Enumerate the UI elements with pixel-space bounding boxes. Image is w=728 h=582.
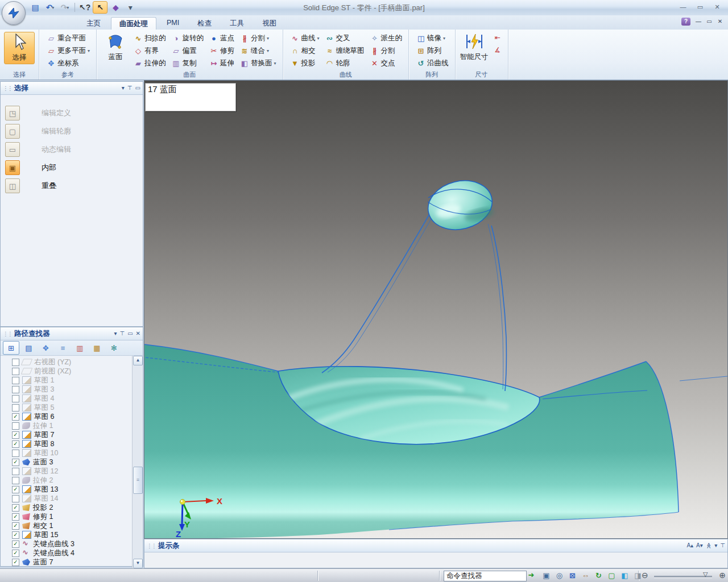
select-tools-tab-icon[interactable]: ✻: [106, 342, 122, 354]
ribbon-button-select[interactable]: 选择: [4, 32, 35, 64]
ribbon-button-offset[interactable]: ▱偏置: [169, 44, 206, 57]
ribbon-button-bluesurf[interactable]: 蓝面: [101, 32, 130, 63]
checkbox-checked[interactable]: ✓: [12, 531, 19, 539]
pathfinder-scrollbar[interactable]: ▲ ≡ ▼: [132, 356, 142, 568]
ribbon-button-copy[interactable]: ▥复制: [169, 57, 206, 69]
collapse-icon[interactable]: ≪: [705, 543, 712, 548]
float-icon[interactable]: ▭: [135, 85, 140, 92]
checkbox-unchecked[interactable]: [12, 368, 19, 375]
viewport-3d[interactable]: X Y Z 17 蓝面: [144, 80, 728, 539]
tab-pmi[interactable]: PMI: [159, 17, 187, 30]
checkbox-checked[interactable]: ✓: [12, 504, 19, 512]
pan-icon[interactable]: ⇔: [580, 570, 592, 581]
tree-item[interactable]: 草图 12: [1, 467, 143, 476]
tab-tools[interactable]: 工具: [222, 17, 252, 30]
scroll-down-icon[interactable]: ▼: [133, 559, 143, 568]
panel-grip[interactable]: ⋮⋮: [3, 85, 12, 92]
tree-item[interactable]: 草图 4: [1, 394, 143, 403]
ribbon-button-split-curve[interactable]: ∦分割: [368, 44, 405, 57]
tree-item[interactable]: 草图 14: [1, 494, 143, 503]
ribbon-button-cross-curve[interactable]: ∾交叉: [323, 32, 367, 44]
select-option-inside[interactable]: ▣内部: [1, 159, 143, 177]
ribbon-button-smart-dimension[interactable]: 智能尺寸: [460, 32, 489, 63]
panel-grip[interactable]: ⋮⋮: [147, 543, 156, 549]
ribbon-button-distance-between[interactable]: ⇤: [491, 33, 504, 43]
ribbon-button-revolved[interactable]: ◑旋转的: [169, 32, 206, 44]
tree-item[interactable]: 右视图 (YZ): [1, 357, 143, 367]
tree-item[interactable]: ✓草图 7: [1, 430, 143, 439]
help-icon[interactable]: ?: [681, 18, 690, 26]
sensors-tab-icon[interactable]: ▥: [72, 342, 88, 354]
tree-item[interactable]: 拉伸 2: [1, 476, 143, 485]
checkbox-unchecked[interactable]: [12, 477, 19, 484]
tree-item[interactable]: ✓修剪 1: [1, 512, 143, 521]
ribbon-button-bluedot[interactable]: ●蓝点: [207, 32, 237, 44]
checkbox-unchecked[interactable]: [12, 377, 19, 384]
minimize-button[interactable]: —: [676, 3, 690, 11]
zoom-out-icon[interactable]: ⊖: [642, 571, 648, 580]
checkbox-unchecked[interactable]: [12, 422, 19, 430]
scroll-thumb[interactable]: ≡: [133, 467, 143, 494]
tree-item[interactable]: 草图 1: [1, 376, 143, 385]
font-decrease-icon[interactable]: A▾: [696, 542, 703, 549]
edit-definition-icon[interactable]: ◳: [5, 106, 20, 120]
application-button[interactable]: [2, 1, 26, 25]
tab-inspect[interactable]: 检查: [189, 17, 220, 30]
panel-menu-icon[interactable]: ▾: [714, 542, 717, 549]
pin-icon[interactable]: ⊤: [119, 330, 125, 337]
float-icon[interactable]: ▭: [127, 330, 133, 337]
ribbon-button-project-curve[interactable]: ▼投影: [288, 57, 322, 69]
tree-item[interactable]: 前视图 (XZ): [1, 367, 143, 376]
select-option-edit-definition[interactable]: ◳编辑定义: [1, 104, 143, 122]
tree-item[interactable]: ✓蓝面 7: [1, 558, 143, 567]
ribbon-button-coincident-plane[interactable]: ▱重合平面: [44, 32, 92, 44]
checkbox-checked[interactable]: ✓: [12, 522, 19, 530]
checkbox-unchecked[interactable]: [12, 359, 19, 366]
tree-item[interactable]: ✓草图 15: [1, 530, 143, 539]
checkbox-unchecked[interactable]: [12, 386, 19, 393]
tree-item[interactable]: ✓蓝面 3: [1, 458, 143, 467]
tree-item[interactable]: ✓草图 8: [1, 439, 143, 448]
ribbon-button-extend[interactable]: ↦延伸: [207, 57, 237, 69]
checkbox-checked[interactable]: ✓: [12, 550, 19, 557]
tree-item[interactable]: ✓关键点曲线 3: [1, 539, 143, 548]
checkbox-unchecked[interactable]: [12, 495, 19, 502]
doc-close-button[interactable]: ✕: [715, 18, 725, 26]
checkbox-checked[interactable]: ✓: [12, 431, 19, 439]
ribbon-button-curve[interactable]: ∿曲线▾: [288, 32, 322, 44]
checkbox-unchecked[interactable]: [12, 395, 19, 402]
ribbon-button-intersect-curve[interactable]: ∩相交: [288, 44, 322, 57]
tree-item[interactable]: 草图 3: [1, 385, 143, 394]
checkbox-checked[interactable]: ✓: [12, 541, 19, 548]
zoom-in-icon[interactable]: ⊕: [719, 571, 726, 580]
font-increase-icon[interactable]: A▴: [686, 542, 693, 549]
scroll-up-icon[interactable]: ▲: [133, 356, 143, 365]
ribbon-button-wrap-sketch[interactable]: ≈缠绕草图: [323, 44, 367, 57]
ribbon-button-derived-curve[interactable]: ✧派生的: [368, 32, 405, 44]
view-styles-icon[interactable]: ◧: [619, 570, 631, 581]
ribbon-button-pattern[interactable]: ⊞阵列: [414, 44, 451, 57]
zoom-icon[interactable]: ◎: [553, 570, 565, 581]
ribbon-button-replace-face[interactable]: ◧替换面▾: [238, 57, 279, 69]
command-finder-go-icon[interactable]: ➜: [526, 571, 536, 580]
ribbon-button-bounded[interactable]: ◇有界: [131, 44, 168, 57]
checkbox-unchecked[interactable]: [12, 404, 19, 411]
close-icon[interactable]: ✕: [136, 330, 140, 337]
ribbon-button-divide[interactable]: ∦分割▾: [238, 32, 279, 44]
tree-item[interactable]: ✓草图 13: [1, 485, 143, 494]
tree-item[interactable]: 草图 10: [1, 448, 143, 458]
select-option-overlapping[interactable]: ◫重叠: [1, 177, 143, 195]
pin-icon[interactable]: ⊤: [720, 542, 725, 549]
tree-item[interactable]: ✓相交 1: [1, 521, 143, 530]
close-button[interactable]: ✕: [710, 3, 725, 11]
inside-icon[interactable]: ▣: [5, 160, 20, 175]
checkbox-checked[interactable]: ✓: [12, 486, 19, 493]
ribbon-button-contour-curve[interactable]: ◠轮廓: [323, 57, 367, 69]
ribbon-button-trim[interactable]: ✂修剪: [207, 44, 237, 57]
family-tab-icon[interactable]: ✥: [38, 342, 53, 354]
playback-tab-icon[interactable]: ▦: [89, 342, 105, 354]
ribbon-button-intersection-point[interactable]: ✕交点: [368, 57, 405, 69]
rotate-icon[interactable]: ↻: [593, 570, 605, 581]
ribbon-button-extruded[interactable]: ▰拉伸的: [131, 57, 168, 69]
checkbox-unchecked[interactable]: [12, 468, 19, 475]
